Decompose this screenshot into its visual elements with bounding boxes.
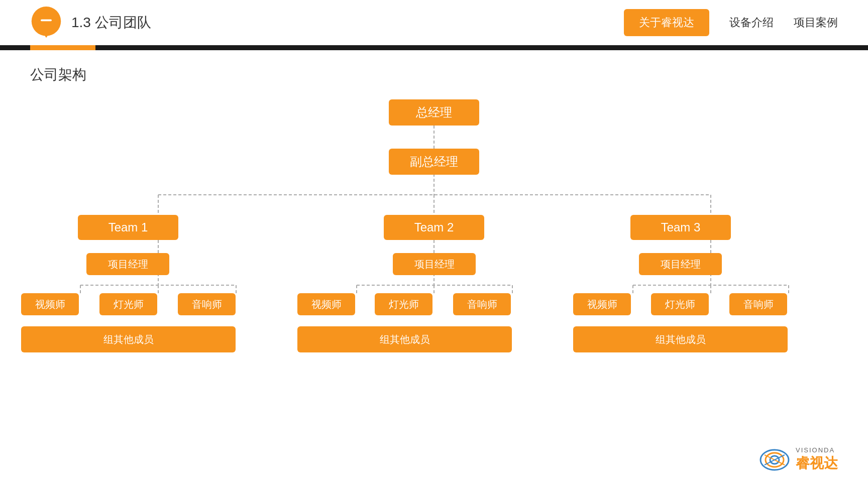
nav-equipment[interactable]: 设备介绍 xyxy=(729,15,774,30)
team2-role2: 灯光师 xyxy=(375,293,432,315)
main-nav: 关于睿视达 设备介绍 项目案例 xyxy=(624,9,838,36)
footer-logo: VISIONDA 睿视达 xyxy=(759,446,838,473)
team1-box: Team 1 xyxy=(78,215,178,240)
team2-role1: 视频师 xyxy=(297,293,355,315)
footer-brand-text: VISIONDA 睿视达 xyxy=(796,446,838,473)
team1-role3: 音响师 xyxy=(178,293,236,315)
team3-role2: 灯光师 xyxy=(651,293,709,315)
logo-pin-icon xyxy=(30,7,62,39)
visionda-logo-icon xyxy=(759,447,790,472)
team3-role3: 音响师 xyxy=(729,293,787,315)
team2-role3: 音响师 xyxy=(453,293,511,315)
team3-group: 组其他成员 xyxy=(573,326,788,352)
top-bar-accent xyxy=(30,45,95,50)
nav-about[interactable]: 关于睿视达 xyxy=(624,9,709,36)
team2-box: Team 2 xyxy=(384,215,484,240)
team2-pm-box: 项目经理 xyxy=(393,253,476,275)
top-divider-bar xyxy=(0,45,868,50)
page-header: 1.3 公司团队 关于睿视达 设备介绍 项目案例 xyxy=(0,0,868,45)
nav-projects[interactable]: 项目案例 xyxy=(794,15,838,30)
team2-group: 组其他成员 xyxy=(297,326,512,352)
team3-pm-box: 项目经理 xyxy=(639,253,722,275)
team1-pm-box: 项目经理 xyxy=(86,253,169,275)
ceo-box: 总经理 xyxy=(389,99,479,126)
page-title: 1.3 公司团队 xyxy=(71,13,624,32)
team1-group: 组其他成员 xyxy=(21,326,236,352)
vp-box: 副总经理 xyxy=(389,149,479,175)
section-title: 公司架构 xyxy=(0,50,868,94)
team1-role1: 视频师 xyxy=(21,293,79,315)
team3-role1: 视频师 xyxy=(573,293,631,315)
svg-rect-1 xyxy=(41,20,52,22)
team3-box: Team 3 xyxy=(630,215,731,240)
team1-role2: 灯光师 xyxy=(99,293,157,315)
org-chart: 总经理 副总经理 Team 1 项目经理 视频师 灯光师 音响师 组其他成员 T… xyxy=(0,94,868,386)
